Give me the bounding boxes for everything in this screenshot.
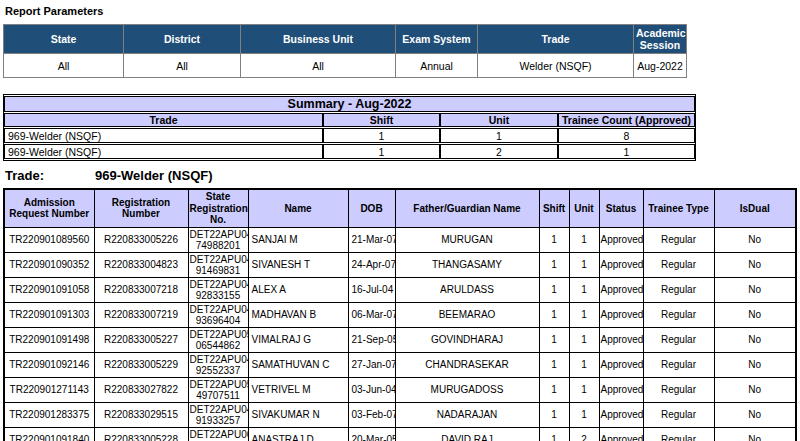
admission-request-number-cell: TR220901271143 bbox=[4, 377, 94, 402]
summary-row: 969-Welder (NSQF) 1 1 8 bbox=[4, 128, 695, 143]
trainee-row: TR220901089560 R220833005226 DET22APU04 … bbox=[4, 227, 796, 252]
admission-request-number-cell: TR220901092146 bbox=[4, 352, 94, 377]
status-cell: Approved bbox=[599, 402, 643, 427]
isdual-cell: No bbox=[714, 227, 796, 252]
status-cell: Approved bbox=[599, 227, 643, 252]
state-registration-no-cell: DET22APU04 92552337 bbox=[188, 352, 248, 377]
summary-header-cell: Trainee Count (Approved) bbox=[558, 113, 695, 127]
trainee-row: TR220901092146 R220833005229 DET22APU04 … bbox=[4, 352, 796, 377]
isdual-cell: No bbox=[714, 377, 796, 402]
trainee-row: TR220901283375 R220833029515 DET22APU04 … bbox=[4, 402, 796, 427]
trainee-header-cell: Registration Number bbox=[94, 189, 188, 227]
state-registration-no-cell: DET22APU04 91933257 bbox=[188, 402, 248, 427]
params-value-cell: All bbox=[4, 54, 124, 78]
admission-request-number-cell: TR220901091303 bbox=[4, 302, 94, 327]
unit-cell: 1 bbox=[569, 302, 599, 327]
trainee-header-cell: DOB bbox=[348, 189, 395, 227]
unit-cell: 1 bbox=[569, 252, 599, 277]
registration-number-cell: R220833004823 bbox=[94, 252, 188, 277]
trainee-header-cell: Shift bbox=[539, 189, 569, 227]
trainee-row: TR220901271143 R220833027822 DET22APU05 … bbox=[4, 377, 796, 402]
name-cell: ALEX A bbox=[248, 277, 348, 302]
trainee-row: TR220901091058 R220833007218 DET22APU04 … bbox=[4, 277, 796, 302]
summary-unit-cell: 1 bbox=[440, 128, 558, 143]
unit-cell: 2 bbox=[569, 427, 599, 441]
registration-number-cell: R220833027822 bbox=[94, 377, 188, 402]
trainee-type-cell: Regular bbox=[643, 227, 714, 252]
trainee-type-cell: Regular bbox=[643, 327, 714, 352]
father-guardian-name-cell: THANGASAMY bbox=[395, 252, 539, 277]
dob-cell: 03-Jun-04 bbox=[348, 377, 395, 402]
params-header-cell: Academic Session bbox=[634, 25, 687, 54]
dob-cell: 06-Mar-07 bbox=[348, 302, 395, 327]
shift-cell: 1 bbox=[539, 352, 569, 377]
trade-heading: Trade:969-Welder (NSQF) bbox=[5, 168, 800, 183]
name-cell: SANJAI M bbox=[248, 227, 348, 252]
summary-shift-cell: 1 bbox=[323, 144, 440, 159]
unit-cell: 1 bbox=[569, 377, 599, 402]
trade-heading-value: 969-Welder (NSQF) bbox=[95, 168, 213, 183]
state-registration-no-cell: DET22APU04 91469831 bbox=[188, 252, 248, 277]
shift-cell: 1 bbox=[539, 227, 569, 252]
trainee-row: TR220901091498 R220833005227 DET22APU05 … bbox=[4, 327, 796, 352]
name-cell: ANASTRAJ D bbox=[248, 427, 348, 441]
trainee-row: TR220901091303 R220833007219 DET22APU04 … bbox=[4, 302, 796, 327]
status-cell: Approved bbox=[599, 352, 643, 377]
summary-table: Summary - Aug-2022 TradeShiftUnitTrainee… bbox=[3, 94, 696, 161]
registration-number-cell: R220833007219 bbox=[94, 302, 188, 327]
registration-number-cell: R220833005227 bbox=[94, 327, 188, 352]
admission-request-number-cell: TR220901089560 bbox=[4, 227, 94, 252]
params-value-cell: Annual bbox=[396, 54, 478, 78]
isdual-cell: No bbox=[714, 402, 796, 427]
unit-cell: 1 bbox=[569, 227, 599, 252]
father-guardian-name-cell: BEEMARAO bbox=[395, 302, 539, 327]
params-value-row: AllAllAllAnnualWelder (NSQF)Aug-2022 bbox=[4, 54, 687, 78]
unit-cell: 1 bbox=[569, 277, 599, 302]
trainee-header-cell: Father/Guardian Name bbox=[395, 189, 539, 227]
params-header-cell: State bbox=[4, 25, 124, 54]
isdual-cell: No bbox=[714, 252, 796, 277]
dob-cell: 03-Feb-07 bbox=[348, 402, 395, 427]
trainee-row: TR220901090352 R220833004823 DET22APU04 … bbox=[4, 252, 796, 277]
trainee-type-cell: Regular bbox=[643, 377, 714, 402]
isdual-cell: No bbox=[714, 327, 796, 352]
trainee-type-cell: Regular bbox=[643, 302, 714, 327]
summary-row: 969-Welder (NSQF) 1 2 1 bbox=[4, 144, 695, 159]
dob-cell: 24-Apr-07 bbox=[348, 252, 395, 277]
isdual-cell: No bbox=[714, 277, 796, 302]
state-registration-no-cell: DET22APU04 92833155 bbox=[188, 277, 248, 302]
trainee-body: TR220901089560 R220833005226 DET22APU04 … bbox=[4, 227, 796, 441]
name-cell: MADHAVAN B bbox=[248, 302, 348, 327]
shift-cell: 1 bbox=[539, 277, 569, 302]
admission-request-number-cell: TR220901090352 bbox=[4, 252, 94, 277]
trainee-header-cell: Admission Request Number bbox=[4, 189, 94, 227]
trainee-header-cell: Unit bbox=[569, 189, 599, 227]
unit-cell: 1 bbox=[569, 352, 599, 377]
dob-cell: 21-Mar-07 bbox=[348, 227, 395, 252]
summary-header-cell: Trade bbox=[4, 113, 323, 127]
admission-request-number-cell: TR220901091498 bbox=[4, 327, 94, 352]
father-guardian-name-cell: NADARAJAN bbox=[395, 402, 539, 427]
trainee-type-cell: Regular bbox=[643, 352, 714, 377]
trainee-row: TR220901091840 R220833005228 DET22APU06 … bbox=[4, 427, 796, 441]
params-value-cell: Welder (NSQF) bbox=[478, 54, 634, 78]
params-header-cell: Trade bbox=[478, 25, 634, 54]
name-cell: SAMATHUVAN C bbox=[248, 352, 348, 377]
dob-cell: 21-Sep-05 bbox=[348, 327, 395, 352]
status-cell: Approved bbox=[599, 377, 643, 402]
unit-cell: 1 bbox=[569, 402, 599, 427]
dob-cell: 16-Jul-04 bbox=[348, 277, 395, 302]
params-header-cell: Business Unit bbox=[241, 25, 396, 54]
dob-cell: 27-Jan-07 bbox=[348, 352, 395, 377]
isdual-cell: No bbox=[714, 352, 796, 377]
name-cell: VETRIVEL M bbox=[248, 377, 348, 402]
summary-trade-cell: 969-Welder (NSQF) bbox=[4, 144, 323, 159]
registration-number-cell: R220833005228 bbox=[94, 427, 188, 441]
params-value-cell: All bbox=[241, 54, 396, 78]
state-registration-no-cell: DET22APU04 74988201 bbox=[188, 227, 248, 252]
admission-request-number-cell: TR220901091058 bbox=[4, 277, 94, 302]
father-guardian-name-cell: ARULDASS bbox=[395, 277, 539, 302]
name-cell: VIMALRAJ G bbox=[248, 327, 348, 352]
shift-cell: 1 bbox=[539, 327, 569, 352]
name-cell: SIVANESH T bbox=[248, 252, 348, 277]
